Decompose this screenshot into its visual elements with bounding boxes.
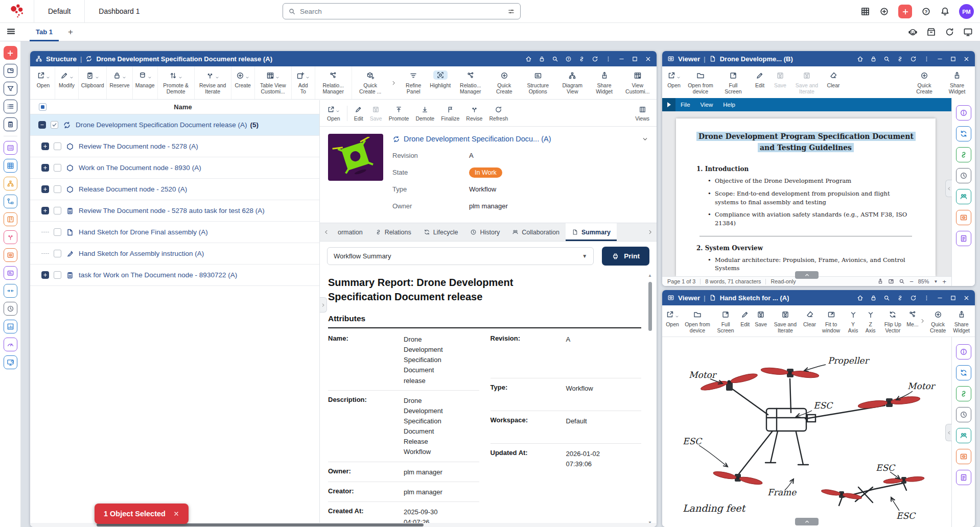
table-row[interactable]: Hand Sketch for Drone Final assembly (A) (30, 222, 319, 243)
selection-toast[interactable]: 1 Object Selected (95, 504, 189, 524)
scroll-up-button[interactable] (795, 518, 819, 525)
tabs-scroll-left[interactable] (321, 223, 332, 241)
save-and-iterate-button[interactable]: Save and Iterate (769, 305, 801, 337)
rail-history-icon[interactable] (956, 407, 971, 422)
rail-viewer-icon[interactable] (956, 210, 971, 225)
views-button[interactable]: Views (635, 105, 649, 122)
row-checkbox[interactable] (54, 271, 61, 279)
quick-create-button[interactable]: Quick Create (489, 66, 520, 99)
help-icon[interactable] (921, 7, 931, 16)
clear-button[interactable]: Clear (823, 66, 844, 98)
more-icon[interactable] (605, 56, 612, 62)
menu-view[interactable]: View (695, 102, 718, 108)
row-checkbox[interactable] (54, 164, 61, 172)
toolbar-overflow-chevron[interactable] (389, 66, 399, 99)
display-icon[interactable] (963, 27, 973, 37)
close-icon[interactable] (963, 295, 970, 301)
home-icon[interactable] (525, 56, 532, 62)
export-icon[interactable] (877, 278, 883, 284)
home-icon[interactable] (857, 295, 864, 301)
row-checkbox[interactable] (54, 207, 61, 214)
package-icon[interactable] (926, 27, 936, 37)
promote-button[interactable]: Promote (389, 105, 409, 122)
modify-button[interactable]: Modify (55, 66, 79, 99)
row-checkbox[interactable] (54, 228, 61, 236)
toolbar-overflow-chevron[interactable] (919, 305, 926, 337)
tab-relations[interactable]: Relations (369, 223, 417, 241)
summary-type-select[interactable]: Workflow Summary▼ (327, 247, 594, 265)
tree-expand-handle[interactable] (320, 297, 327, 313)
home-icon[interactable] (857, 56, 864, 62)
sidebar-item-kanban-icon[interactable] (4, 212, 17, 226)
column-name[interactable]: Name (46, 103, 319, 111)
sidebar-item-flow-icon[interactable] (4, 195, 17, 208)
help-icon[interactable] (565, 56, 572, 62)
assistant-icon[interactable] (908, 27, 918, 37)
chevron-down-icon[interactable] (642, 136, 648, 142)
lock-icon[interactable] (539, 56, 545, 62)
link-icon[interactable] (897, 56, 903, 62)
structure-window-header[interactable]: Structure | Drone Development Specificat… (30, 51, 657, 66)
expand-button[interactable] (41, 207, 49, 214)
main-menu-icon[interactable] (6, 27, 16, 38)
refine-panel-button[interactable]: Refine Panel (399, 66, 429, 99)
menu-help[interactable]: Help (718, 102, 740, 108)
document-canvas[interactable]: Drone Development Program Specification … (662, 111, 951, 276)
global-search[interactable] (283, 3, 521, 19)
workspace-menu[interactable]: Default (34, 7, 84, 15)
sidebar-item-report-icon[interactable] (4, 266, 17, 280)
notifications-icon[interactable] (940, 7, 950, 16)
maximize-icon[interactable] (950, 295, 956, 301)
sidebar-add-button[interactable] (4, 46, 17, 60)
sidebar-item-monitor-icon[interactable] (4, 355, 17, 369)
expand-button[interactable] (41, 271, 49, 279)
refresh-icon[interactable] (910, 56, 917, 62)
sidebar-item-form-icon[interactable] (4, 141, 17, 155)
rail-lifecycle-icon[interactable] (956, 365, 971, 380)
revise-iterate-button[interactable]: Revise and Iterate (195, 66, 231, 99)
lock-icon[interactable] (870, 56, 877, 62)
open-from-device-button[interactable]: Open from device (681, 305, 714, 337)
table-row[interactable]: Review The Document node - 5278 (A) (30, 136, 319, 157)
tab-lifecycle[interactable]: Lifecycle (417, 223, 464, 241)
minimize-icon[interactable] (937, 295, 943, 301)
search-icon[interactable] (883, 56, 890, 62)
open-button[interactable]: Open (327, 105, 340, 122)
maximize-icon[interactable] (950, 56, 956, 62)
search-input[interactable] (300, 8, 503, 15)
rail-viewer-icon[interactable] (956, 449, 971, 464)
lock-icon[interactable] (870, 295, 877, 301)
close-icon[interactable] (963, 56, 970, 62)
rail-lifecycle-icon[interactable] (956, 126, 971, 141)
zoom-out-button[interactable]: − (909, 278, 914, 285)
full-screen-button[interactable]: Full Screen (717, 66, 750, 98)
table-row[interactable]: task for Work on The Document node - 893… (30, 265, 319, 286)
sidebar-item-table-icon[interactable] (4, 159, 17, 173)
save-button[interactable]: Save (753, 305, 769, 337)
expand-button[interactable] (41, 185, 49, 193)
maximize-icon[interactable] (632, 56, 638, 62)
tab-information[interactable]: ormation (332, 223, 369, 241)
link-icon[interactable] (578, 56, 585, 62)
minimize-icon[interactable] (937, 56, 943, 62)
menu-file[interactable]: File (675, 102, 695, 108)
table-row[interactable]: Hand Sketch for Assembly instruction (A) (30, 243, 319, 265)
rail-summary-icon[interactable] (956, 231, 971, 246)
sidebar-item-gauge-icon[interactable] (4, 338, 17, 351)
diagram-view-button[interactable]: Diagram View (556, 66, 589, 99)
quick-create-button[interactable]: Quick Create (926, 305, 949, 337)
tabs-scroll-right[interactable] (645, 223, 656, 241)
summary-scrollbar[interactable]: ▲▼ (647, 273, 653, 525)
viewer-window-header[interactable]: Viewer | Drone Developme... (B) (662, 51, 975, 66)
minimize-icon[interactable] (618, 56, 625, 62)
fit-page-icon[interactable] (888, 278, 894, 284)
full-screen-button[interactable]: Full Screen (714, 305, 737, 337)
rail-info-icon[interactable] (956, 105, 971, 121)
flip-up-vector-button[interactable]: Flip Up Vector (879, 305, 906, 337)
add-tab-button[interactable]: + (68, 27, 73, 37)
share-widget-button[interactable]: Share Widget (589, 66, 620, 99)
rail-collapse-handle[interactable] (945, 424, 952, 441)
open-from-device-button[interactable]: Open from device (684, 66, 717, 98)
tab-summary[interactable]: Summary (566, 223, 617, 241)
rail-collaboration-icon[interactable] (956, 189, 971, 204)
